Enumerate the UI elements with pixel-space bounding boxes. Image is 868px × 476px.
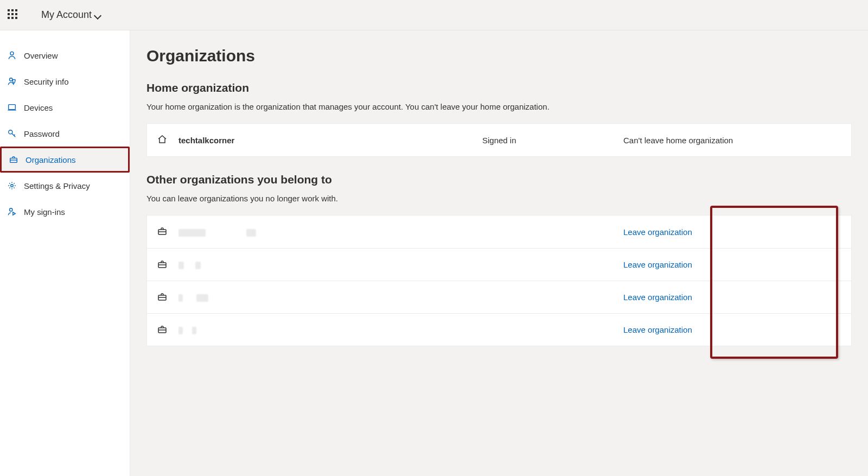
briefcase-icon [157,291,169,303]
leave-organization-link[interactable]: Leave organization [623,227,838,237]
home-org-name: techtalkcorner [178,136,482,145]
other-org-row: Leave organization [147,248,851,281]
sidebar-item-label: My sign-ins [24,207,65,217]
leave-organization-link[interactable]: Leave organization [623,325,838,334]
svg-point-3 [9,130,12,134]
other-org-name [178,227,482,236]
home-org-card: techtalkcorner Signed in Can't leave hom… [146,123,852,157]
other-orgs-card: Leave organization Leave organization [146,215,852,346]
person-icon [7,50,17,61]
svg-point-0 [10,52,14,55]
gear-icon [7,180,17,191]
sidebar-item-label: Settings & Privacy [24,181,90,191]
home-icon [157,134,169,146]
home-org-action: Can't leave home organization [623,136,838,145]
sidebar: Overview Security info Devices [0,30,130,476]
sidebar-item-label: Security info [24,77,69,86]
account-switcher[interactable]: My Account [41,9,101,21]
app-launcher-icon[interactable] [8,9,20,21]
briefcase-icon [157,324,169,336]
sidebar-item-devices[interactable]: Devices [0,94,130,120]
account-switcher-label: My Account [41,9,92,21]
other-org-name [178,293,482,302]
sidebar-item-settings-privacy[interactable]: Settings & Privacy [0,173,130,199]
security-icon [7,76,17,87]
home-org-row: techtalkcorner Signed in Can't leave hom… [147,124,851,156]
sidebar-item-organizations[interactable]: Organizations [0,147,130,173]
sidebar-item-label: Devices [24,103,53,112]
svg-point-6 [10,208,12,211]
sidebar-item-security-info[interactable]: Security info [0,68,130,94]
other-org-row: Leave organization [147,313,851,346]
sidebar-item-password[interactable]: Password [0,120,130,147]
home-org-status: Signed in [482,136,623,145]
other-org-name [178,325,482,334]
sidebar-item-label: Organizations [25,155,76,164]
top-header: My Account [0,0,868,30]
briefcase-icon [8,154,19,165]
key-icon [7,128,17,139]
device-icon [7,102,17,113]
main-content: Organizations Home organization Your hom… [130,30,868,476]
svg-rect-2 [9,105,16,110]
other-org-row: Leave organization [147,281,851,313]
other-org-row: Leave organization [147,215,851,248]
briefcase-icon [157,226,169,238]
home-org-desc: Your home organization is the organizati… [146,102,635,111]
sidebar-item-label: Password [24,129,60,138]
other-orgs-desc: You can leave organizations you no longe… [146,194,635,203]
chevron-down-icon [95,12,101,18]
leave-organization-link[interactable]: Leave organization [623,260,838,269]
sidebar-item-overview[interactable]: Overview [0,42,130,68]
briefcase-icon [157,259,169,271]
home-org-title: Home organization [146,81,868,94]
svg-point-5 [11,185,14,187]
sidebar-item-label: Overview [24,51,58,60]
svg-point-1 [10,78,12,81]
page-title: Organizations [146,47,868,65]
leave-organization-link[interactable]: Leave organization [623,293,838,302]
sidebar-item-my-signins[interactable]: My sign-ins [0,199,130,225]
other-orgs-title: Other organizations you belong to [146,173,868,186]
other-org-name [178,260,482,269]
signins-icon [7,206,17,217]
